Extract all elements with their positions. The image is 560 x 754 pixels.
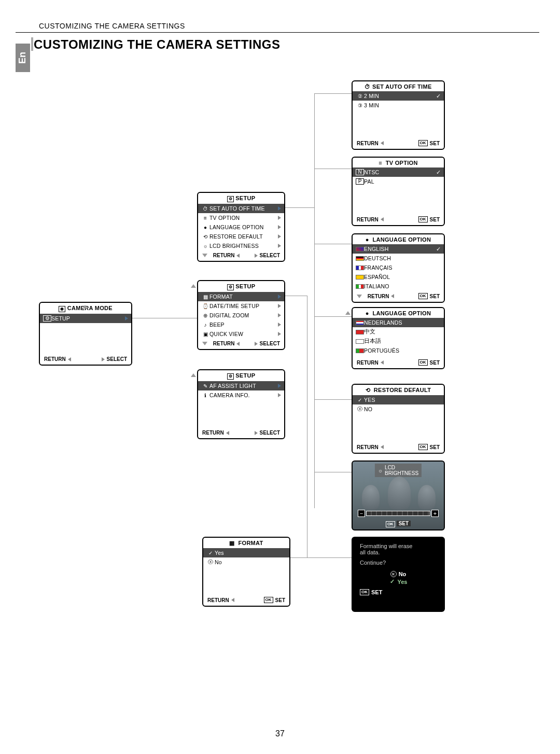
option-espanol[interactable]: ESPAÑOL — [353, 272, 444, 282]
option-ntsc[interactable]: NNTSC✓ — [353, 167, 444, 177]
ok-icon: OK — [418, 216, 428, 222]
option-pal[interactable]: PPAL — [353, 177, 444, 186]
tv-icon: ≡ — [379, 160, 382, 166]
menu-item-restore[interactable]: ⟲RESTORE DEFAULT — [198, 232, 284, 241]
option-no[interactable]: ⓧNo — [203, 557, 289, 567]
slider-track[interactable] — [366, 511, 430, 516]
format-confirm-dialog: Formatting will erase all data. Continue… — [352, 537, 445, 612]
menu-item-beep[interactable]: ♪BEEP — [198, 320, 284, 329]
setup-panel-3: ⚙ SETUP ✎AF ASSIST LIGHT ℹCAMERA INFO. R… — [197, 369, 285, 439]
brightness-icon: ☼ — [378, 468, 383, 473]
tv-option-panel: ≡ TV OPTION NNTSC✓ PPAL RETURN OKSET — [352, 157, 445, 226]
confirm-no[interactable]: ✕No — [360, 571, 437, 577]
option-portugues[interactable]: PORTUGUÊS — [353, 346, 444, 355]
language-icon: ● — [201, 225, 209, 230]
menu-item-format[interactable]: ▦FORMAT — [198, 292, 284, 301]
plus-button[interactable]: + — [431, 510, 439, 517]
menu-item-tv-option[interactable]: ≡TV OPTION — [198, 213, 284, 222]
left-arrow-icon — [236, 254, 240, 258]
setup2-title: ⚙ SETUP — [198, 281, 284, 292]
panel-footer: RETURN SELECT — [40, 354, 131, 365]
setup-icon: ⚙ — [227, 196, 234, 202]
panel-footer: RETURN SELECT — [198, 428, 284, 438]
chevron-right-icon — [278, 384, 281, 388]
option-3min[interactable]: ③3 MIN — [353, 101, 444, 110]
menu-item-setup[interactable]: ⚙ SETUP — [40, 314, 131, 323]
minus-button[interactable]: − — [358, 510, 365, 517]
flag-cn-icon — [356, 330, 364, 334]
option-francais[interactable]: FRANÇAIS — [353, 263, 444, 272]
down-arrow-icon — [357, 295, 362, 298]
option-nederlands[interactable]: NEDERLANDS — [353, 318, 444, 327]
ok-icon: OK — [386, 521, 395, 527]
confirm-yes[interactable]: ✓Yes — [360, 578, 437, 585]
setup-icon: ⚙ — [43, 315, 51, 322]
confirm-text-2: all data. — [360, 549, 437, 555]
auto-off-title: ⏱ SET AUTO OFF TIME — [353, 81, 444, 91]
option-yes[interactable]: ✓Yes — [203, 548, 289, 557]
panel-footer: RETURN SELECT — [198, 250, 284, 261]
menu-item-af-assist[interactable]: ✎AF ASSIST LIGHT — [198, 381, 284, 390]
x-icon: ⓧ — [356, 406, 364, 413]
flag-jp-icon — [356, 339, 364, 344]
right-arrow-icon — [255, 342, 258, 346]
menu-item-lcd[interactable]: ☼LCD BRIGHTNESS — [198, 241, 284, 250]
page-title: CUSTOMIZING THE CAMERA SETTINGS — [34, 37, 281, 52]
ok-icon: OK — [418, 293, 428, 299]
page-number: 37 — [0, 729, 560, 738]
chevron-right-icon — [278, 332, 281, 336]
setup-icon: ⚙ — [227, 373, 234, 380]
left-arrow-icon — [381, 217, 384, 221]
scroll-up-icon — [345, 311, 351, 315]
lcd-brightness-preview: ☼ LCD BRIGHTNESS − + OK SET — [352, 460, 445, 530]
scroll-up-icon — [191, 284, 196, 288]
chevron-right-icon — [278, 225, 281, 229]
right-arrow-icon — [255, 431, 258, 435]
menu-item-auto-off[interactable]: ⏱SET AUTO OFF TIME — [198, 204, 284, 213]
option-2min[interactable]: ②2 MIN✓ — [353, 91, 444, 101]
language-title: ● LANGUAGE OPTION — [353, 234, 444, 244]
scroll-up-icon — [82, 305, 88, 309]
option-deutsch[interactable]: DEUTSCH — [353, 254, 444, 263]
check-icon: ✓ — [206, 550, 215, 556]
tv-icon: ≡ — [201, 215, 209, 221]
panel-footer: RETURN OKSET — [353, 214, 444, 225]
brightness-slider[interactable]: − + — [358, 510, 439, 517]
ok-icon: OK — [360, 589, 369, 595]
option-yes[interactable]: ✓YES — [353, 395, 444, 404]
confirm-footer: OK SET — [360, 589, 437, 595]
sound-icon: ♪ — [201, 322, 209, 328]
header-rule — [16, 32, 539, 33]
page-header: CUSTOMIZING THE CAMERA SETTINGS — [39, 22, 185, 30]
flag-es-icon — [356, 275, 364, 280]
option-no[interactable]: ⓧNO — [353, 404, 444, 414]
menu-item-quickview[interactable]: ▣QUICK VIEW — [198, 329, 284, 339]
language-tab: En — [16, 44, 30, 72]
lcd-footer: OK SET — [353, 521, 444, 527]
option-italiano[interactable]: ITALIANO — [353, 282, 444, 291]
chevron-right-icon — [278, 304, 281, 308]
left-arrow-icon — [226, 431, 229, 435]
confirm-text-3: Continue? — [360, 560, 437, 566]
restore-title: ⟲ RESTORE DEFAULT — [353, 385, 444, 395]
x-icon: ✕ — [390, 571, 397, 577]
menu-item-camera-info[interactable]: ℹCAMERA INFO. — [198, 390, 284, 400]
flag-fr-icon — [356, 266, 364, 270]
flag-it-icon — [356, 284, 364, 289]
menu-item-datetime[interactable]: ⌚DATE/TIME SETUP — [198, 301, 284, 311]
chevron-right-icon — [278, 323, 281, 327]
chevron-right-icon — [278, 244, 281, 248]
setup-panel-2: ⚙ SETUP ▦FORMAT ⌚DATE/TIME SETUP ⊕DIGITA… — [197, 280, 285, 350]
panel-footer: RETURN OKSET — [353, 138, 444, 149]
option-japanese[interactable]: 日本語 — [353, 337, 444, 346]
ok-icon: OK — [418, 444, 428, 450]
left-arrow-icon — [381, 360, 384, 365]
option-english[interactable]: ENGLISH✓ — [353, 244, 444, 254]
ok-icon: OK — [418, 359, 428, 366]
menu-item-language[interactable]: ●LANGUAGE OPTION — [198, 222, 284, 232]
confirm-text-1: Formatting will erase — [360, 543, 437, 549]
flag-uk-icon — [356, 247, 364, 252]
option-chinese[interactable]: 中文 — [353, 327, 444, 337]
menu-item-zoom[interactable]: ⊕DIGITAL ZOOM — [198, 311, 284, 320]
tv-option-title: ≡ TV OPTION — [353, 158, 444, 167]
